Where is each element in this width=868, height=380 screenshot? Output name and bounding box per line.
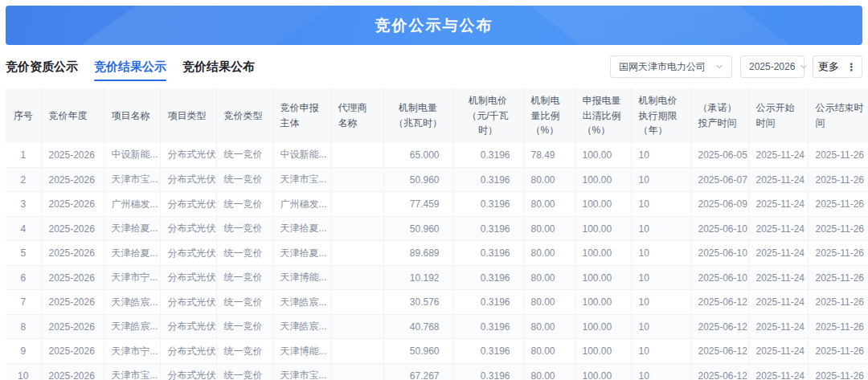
- table-cell: 1: [6, 143, 41, 168]
- table-cell: 2025-2026: [41, 290, 104, 315]
- table-cell: 统一竞价: [216, 216, 272, 241]
- table-cell: 2025-11-26: [808, 265, 868, 290]
- table-cell: 2025-11-24: [748, 241, 808, 266]
- column-header: 竞价申报主体: [272, 88, 330, 143]
- table-cell: 77.459: [383, 192, 452, 217]
- table-row: 12025-2026中设新能...分布式光伏统一竞价中设新能...65.0000…: [6, 143, 868, 168]
- tab-label: 竞价资质公示: [6, 59, 78, 73]
- column-header: 序号: [6, 88, 41, 143]
- table-cell: 89.689: [383, 241, 452, 266]
- table-cell: 2025-11-26: [808, 192, 868, 217]
- column-header: 公示结束时间: [808, 88, 868, 143]
- table-cell: 0.3196: [452, 143, 523, 168]
- table-cell: 天津市宝...: [104, 363, 160, 380]
- table-cell: [330, 265, 383, 290]
- table-cell: [330, 143, 383, 168]
- chevron-down-icon: [800, 63, 808, 71]
- filter-controls: 国网天津市电力公司 2025-2026 更多 ⋮: [610, 55, 862, 78]
- table-cell: 10: [631, 167, 690, 192]
- year-select[interactable]: 2025-2026: [740, 55, 805, 78]
- table-cell: [330, 192, 383, 217]
- chevron-down-icon: [715, 63, 723, 71]
- table-cell: 100.00: [575, 290, 631, 315]
- table-cell: 80.00: [523, 363, 575, 380]
- table-cell: 天津拾夏...: [272, 216, 330, 241]
- table-cell: 分布式光伏: [160, 241, 216, 266]
- table-cell: 80.00: [523, 339, 575, 364]
- table-cell: 中设新能...: [272, 143, 330, 168]
- table-cell: 2025-2026: [41, 339, 104, 364]
- column-header: 项目名称: [104, 88, 160, 143]
- table-cell: 2025-11-24: [748, 143, 808, 168]
- tab-bidding-qualification-publicity[interactable]: 竞价资质公示: [6, 51, 78, 83]
- table-cell: 50.960: [383, 339, 452, 364]
- table-cell: 天津博能...: [272, 339, 330, 364]
- company-select-value: 国网天津市电力公司: [619, 60, 706, 74]
- table-cell: 2025-11-24: [748, 265, 808, 290]
- table-row: 22025-2026天津市宝...分布式光伏统一竞价天津市宝...50.9600…: [6, 167, 868, 192]
- table-cell: 10: [631, 143, 690, 168]
- table-cell: 统一竞价: [216, 339, 272, 364]
- table-cell: 2025-06-10: [690, 216, 748, 241]
- table-row: 42025-2026天津拾夏...分布式光伏统一竞价天津拾夏...50.9600…: [6, 216, 868, 241]
- column-header: （承诺）投产时间: [690, 88, 748, 143]
- tab-bidding-result-announcement[interactable]: 竞价结果公布: [182, 51, 255, 83]
- table-cell: 6: [6, 265, 41, 290]
- table-cell: 分布式光伏: [160, 192, 216, 217]
- table-cell: 30.576: [383, 290, 452, 315]
- company-select[interactable]: 国网天津市电力公司: [610, 55, 732, 78]
- table-cell: 统一竞价: [216, 167, 272, 192]
- table-cell: 2025-11-24: [748, 339, 808, 364]
- table-cell: 67.267: [383, 363, 452, 380]
- table-cell: 2025-11-26: [808, 290, 868, 315]
- table-cell: 50.960: [383, 216, 452, 241]
- table-cell: 天津市宁...: [104, 339, 160, 364]
- table-cell: [330, 363, 383, 380]
- table-cell: 分布式光伏: [160, 216, 216, 241]
- table-cell: 10: [631, 192, 690, 217]
- table-cell: 8: [6, 314, 41, 339]
- banner-decoration: [52, 6, 393, 45]
- tab-label: 竞价结果公示: [94, 59, 166, 73]
- table-cell: 100.00: [575, 167, 631, 192]
- column-header: 代理商名称: [330, 88, 383, 143]
- table-cell: 2025-2026: [41, 216, 104, 241]
- table-cell: 10: [6, 363, 41, 380]
- table-cell: 2: [6, 167, 41, 192]
- table-cell: 2025-06-12: [690, 290, 748, 315]
- table-cell: 广州穗发...: [104, 192, 160, 217]
- table-cell: 80.00: [523, 265, 575, 290]
- table-cell: 统一竞价: [216, 314, 272, 339]
- table-cell: 天津皓宸...: [104, 290, 160, 315]
- table-cell: 2025-11-26: [808, 241, 868, 266]
- table-cell: 80.00: [523, 290, 575, 315]
- table-cell: 100.00: [575, 143, 631, 168]
- table-cell: 7: [6, 290, 41, 315]
- table-cell: 10.192: [383, 265, 452, 290]
- vertical-ellipsis-icon: ⋮: [846, 62, 857, 72]
- table-cell: 0.3196: [452, 167, 523, 192]
- table-cell: 统一竞价: [216, 290, 272, 315]
- more-button[interactable]: 更多 ⋮: [813, 55, 862, 78]
- table-cell: 统一竞价: [216, 241, 272, 266]
- table-cell: 100.00: [575, 314, 631, 339]
- table-row: 82025-2026天津皓宸...分布式光伏统一竞价天津皓宸...40.7680…: [6, 314, 868, 339]
- table-cell: 0.3196: [452, 192, 523, 217]
- column-header: 竞价类型: [216, 88, 272, 143]
- tab-bidding-result-publicity[interactable]: 竞价结果公示: [94, 51, 166, 83]
- table-cell: 80.00: [523, 314, 575, 339]
- toolbar: 竞价资质公示 竞价结果公示 竞价结果公布 国网天津市电力公司 2025-2026: [6, 45, 862, 88]
- table-cell: 天津市宁...: [104, 265, 160, 290]
- table-cell: 0.3196: [452, 241, 523, 266]
- table-cell: 50.960: [383, 167, 452, 192]
- table-cell: 2025-2026: [41, 192, 104, 217]
- table-cell: 天津皓宸...: [104, 314, 160, 339]
- table-cell: 2025-11-24: [748, 167, 808, 192]
- column-header: 申报电量出清比例（%）: [575, 88, 631, 143]
- table-cell: 2025-2026: [41, 241, 104, 266]
- column-header: 机制电量比例（%）: [523, 88, 575, 143]
- table-cell: 2025-11-24: [748, 216, 808, 241]
- table-cell: 分布式光伏: [160, 290, 216, 315]
- table-cell: 2025-11-24: [748, 290, 808, 315]
- results-table: 序号竞价年度项目名称项目类型竞价类型竞价申报主体代理商名称机制电量（兆瓦时）机制…: [6, 88, 868, 380]
